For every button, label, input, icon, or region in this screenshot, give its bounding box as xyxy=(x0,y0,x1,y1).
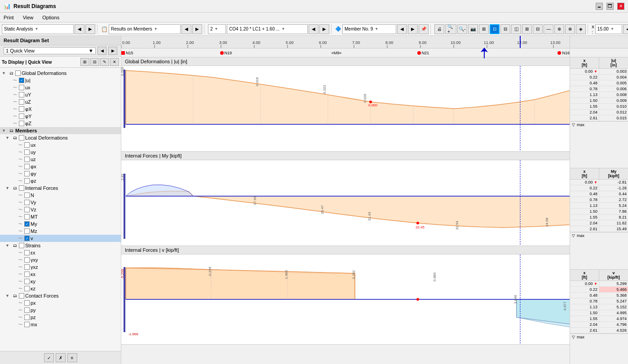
tree-item-uz[interactable]: 〜 uZ xyxy=(0,98,121,105)
prev-analysis-btn[interactable]: ◀ xyxy=(75,24,84,34)
zoom-in-btn[interactable]: 🔍+ xyxy=(445,24,456,34)
prev-view-btn[interactable]: ◀ xyxy=(97,47,106,55)
tree-item-Mz[interactable]: 〜 Mz xyxy=(0,228,121,235)
tree-item-MT[interactable]: 〜 MT xyxy=(0,213,121,220)
tree-item-phiy[interactable]: 〜 φY xyxy=(0,113,121,120)
tree-item-My[interactable]: 〜 ✓ My xyxy=(0,220,121,228)
cb-N[interactable] xyxy=(24,193,30,198)
cb-kz[interactable] xyxy=(24,286,30,291)
cb-lphiy[interactable] xyxy=(24,171,30,176)
tree-item-N[interactable]: 〜 N xyxy=(0,192,121,199)
cb-luz[interactable] xyxy=(24,157,30,162)
menu-print[interactable]: Print xyxy=(2,14,16,21)
tree-item-v[interactable]: 〜 ✓ v xyxy=(0,235,121,242)
next-analysis-btn[interactable]: ▶ xyxy=(85,24,95,34)
cb-u-abs[interactable]: ✓ xyxy=(19,78,24,83)
next-results-btn[interactable]: ▶ xyxy=(192,24,202,34)
prev-x-btn[interactable]: ◀ xyxy=(623,24,628,34)
analysis-combo[interactable]: Static Analysis ▼ xyxy=(2,24,74,34)
results-combo[interactable]: Results on Members ▼ xyxy=(109,24,181,34)
active-tool-btn[interactable]: ⊡ xyxy=(490,24,500,34)
edit-btn[interactable]: ✎ xyxy=(100,58,109,66)
tool3-btn[interactable]: ⊟ xyxy=(500,24,510,34)
tree-item-strains[interactable]: ▼ 🗂 Strains xyxy=(0,242,121,249)
cb-ex[interactable] xyxy=(24,250,30,255)
cb-global-def[interactable] xyxy=(15,70,21,76)
tree-item-yxy[interactable]: 〜 γxy xyxy=(0,256,121,263)
tree-item-mx[interactable]: 〜 mx xyxy=(0,321,121,328)
cb-yxy[interactable] xyxy=(24,257,30,263)
tree-item-ex[interactable]: 〜 εx xyxy=(0,249,121,256)
tree-item-uy[interactable]: 〜 uY xyxy=(0,91,121,98)
tree-item-py[interactable]: 〜 py xyxy=(0,307,121,314)
cb-py[interactable] xyxy=(24,307,30,313)
prev-member-btn[interactable]: ◀ xyxy=(397,24,407,34)
cb-ky[interactable] xyxy=(24,279,30,284)
tool7-btn[interactable]: ― xyxy=(544,24,553,34)
cb-Vz[interactable] xyxy=(24,207,30,212)
cb-px[interactable] xyxy=(24,300,30,306)
next-member-btn[interactable]: ▶ xyxy=(408,24,418,34)
cb-My[interactable]: ✓ xyxy=(24,221,30,227)
title-bar-right[interactable]: 🗕 🗖 ✕ xyxy=(596,3,624,10)
next-lc-btn[interactable]: ▶ xyxy=(319,24,329,34)
tree-item-Vy[interactable]: 〜 Vy xyxy=(0,199,121,206)
prev-lc-btn[interactable]: ◀ xyxy=(309,24,318,34)
toggle-global-def[interactable]: ▼ xyxy=(2,71,7,75)
tree-item-kx[interactable]: 〜 κx xyxy=(0,271,121,278)
tree-item-global-def[interactable]: ▼ 🗂 Global Deformations xyxy=(0,70,121,77)
tree-item-luy[interactable]: 〜 uy xyxy=(0,149,121,156)
tree-item-internal-forces[interactable]: ▼ 🗂 Internal Forces xyxy=(0,184,121,192)
cb-uy[interactable] xyxy=(19,92,24,97)
tool9-btn[interactable]: ⊗ xyxy=(565,24,575,34)
loadcase-combo[interactable]: CO4 1.20 * LC1 + 1.60 ... ▼ xyxy=(227,24,308,34)
canvas-global[interactable]: 0.000 0.016 0.022 0.026 0.000 0.015 in xyxy=(121,66,570,151)
cb-phiz[interactable] xyxy=(19,121,24,126)
tree-item-members[interactable]: ▼ 🗂 Members xyxy=(0,127,121,134)
next-view-btn[interactable]: ▶ xyxy=(108,47,117,55)
tree-item-phiz[interactable]: 〜 φZ xyxy=(0,120,121,127)
tree-item-lphiy[interactable]: 〜 φy xyxy=(0,170,121,177)
tree-item-Vz[interactable]: 〜 Vz xyxy=(0,206,121,213)
close-button[interactable]: ✕ xyxy=(617,3,624,10)
ok-btn[interactable]: ✓ xyxy=(44,353,54,362)
member-combo[interactable]: Member No. 9 ▼ xyxy=(342,24,396,34)
cb-phix[interactable] xyxy=(19,106,24,112)
cb-local-def[interactable] xyxy=(19,135,24,140)
tree-item-luz[interactable]: 〜 uz xyxy=(0,156,121,163)
tool4-btn[interactable]: ◫ xyxy=(511,24,521,34)
tree-item-u-abs[interactable]: 〜 ✓ |u| xyxy=(0,77,121,84)
cb-strains[interactable] xyxy=(19,243,24,248)
cb-Vy[interactable] xyxy=(24,200,30,205)
toggle-internal-forces[interactable]: ▼ xyxy=(5,186,11,190)
apply-btn[interactable]: ≡ xyxy=(67,353,77,362)
cb-yxz[interactable] xyxy=(24,264,30,270)
tool10-btn[interactable]: ◈ xyxy=(576,24,586,34)
cancel-btn[interactable]: ✗ xyxy=(56,353,66,362)
cb-contact-forces[interactable] xyxy=(19,293,24,298)
cb-uz[interactable] xyxy=(19,99,24,105)
menu-view[interactable]: View xyxy=(21,14,35,21)
tree-item-px[interactable]: 〜 px xyxy=(0,299,121,307)
cb-mx[interactable] xyxy=(24,322,30,327)
x-combo[interactable]: 15.00 ▼ xyxy=(595,24,622,34)
tool5-btn[interactable]: ⊞ xyxy=(522,24,532,34)
tool8-btn[interactable]: ⊕ xyxy=(554,24,564,34)
copy-btn[interactable]: ⊞ xyxy=(80,58,89,66)
cb-MT[interactable] xyxy=(24,214,30,219)
menu-options[interactable]: Options xyxy=(40,14,61,21)
tree-item-kz[interactable]: 〜 κz xyxy=(0,285,121,292)
delete-view-btn[interactable]: ✕ xyxy=(110,58,119,66)
toggle-local-def[interactable]: ▼ xyxy=(5,136,11,140)
prev-results-btn[interactable]: ◀ xyxy=(181,24,191,34)
cb-lphix[interactable] xyxy=(24,164,30,169)
tool6-btn[interactable]: ⊟ xyxy=(533,24,543,34)
cb-ux[interactable] xyxy=(19,85,24,90)
tree-item-local-def[interactable]: ▼ 🗂 Local Deformations xyxy=(0,134,121,141)
tree-item-lux[interactable]: 〜 ux xyxy=(0,141,121,149)
canvas-my[interactable]: 2.81 17.99 26.47 31.43 32.45 31.54 24.08… xyxy=(121,160,570,246)
cb-internal-forces[interactable] xyxy=(19,185,24,191)
lc-number-combo[interactable]: 2 ▼ xyxy=(208,24,226,34)
tree-item-yxz[interactable]: 〜 γxz xyxy=(0,263,121,271)
toggle-members[interactable]: ▼ xyxy=(2,128,7,133)
